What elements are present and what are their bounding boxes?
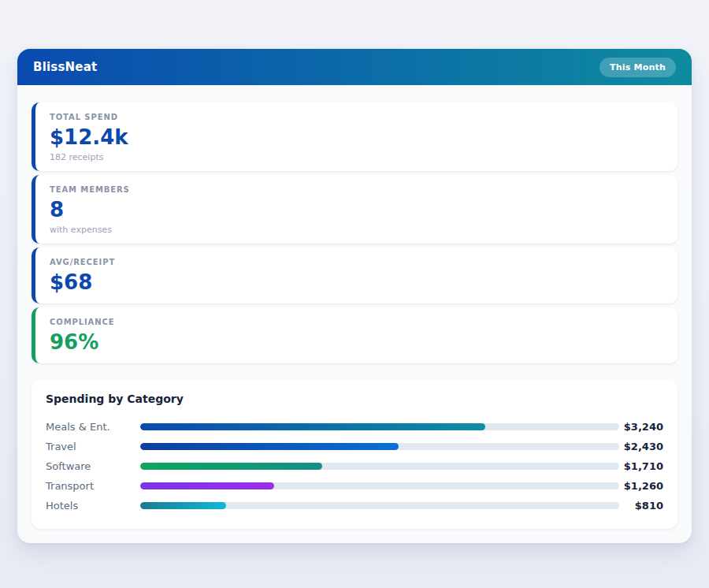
category-label: Travel	[46, 441, 140, 452]
period-badge[interactable]: This Month	[599, 58, 676, 77]
category-row-software: Software $1,710	[46, 456, 663, 476]
bar-fill	[140, 502, 226, 509]
bar-fill	[140, 463, 322, 470]
stat-subtext: 182 receipts	[50, 152, 663, 162]
stat-label: TOTAL SPEND	[50, 113, 663, 121]
stat-card-team-members: TEAM MEMBERS 8 with expenses	[32, 175, 677, 244]
category-row-meals: Meals & Ent. $3,240	[46, 417, 663, 437]
stat-value: $12.4k	[50, 126, 663, 150]
page-background: BlissNeat This Month TOTAL SPEND $12.4k …	[0, 0, 709, 588]
stat-label: COMPLIANCE	[50, 318, 663, 326]
stat-value: $68	[50, 271, 663, 295]
dashboard-panel: BlissNeat This Month TOTAL SPEND $12.4k …	[17, 49, 692, 543]
bar-track	[140, 463, 619, 470]
stats-section: TOTAL SPEND $12.4k 182 receipts TEAM MEM…	[32, 102, 677, 363]
category-value: $1,260	[619, 480, 663, 492]
category-label: Software	[46, 460, 140, 472]
spending-card-title: Spending by Category	[46, 393, 663, 405]
stat-value: 8	[50, 199, 663, 222]
category-value: $2,430	[619, 441, 663, 452]
category-value: $3,240	[619, 421, 663, 433]
app-title: BlissNeat	[33, 60, 97, 74]
bar-fill	[140, 482, 274, 489]
bar-track	[140, 482, 619, 489]
stat-subtext: with expenses	[50, 225, 663, 235]
category-value: $1,710	[619, 460, 663, 472]
stat-value: 96%	[50, 331, 663, 355]
stat-card-total-spend: TOTAL SPEND $12.4k 182 receipts	[32, 102, 677, 171]
category-label: Hotels	[46, 500, 140, 512]
bar-track	[140, 502, 619, 509]
bar-track	[140, 423, 619, 430]
bar-fill	[140, 423, 485, 430]
category-row-travel: Travel $2,430	[46, 437, 663, 456]
panel-content: TOTAL SPEND $12.4k 182 receipts TEAM MEM…	[17, 85, 692, 543]
category-label: Meals & Ent.	[46, 421, 140, 433]
category-row-transport: Transport $1,260	[46, 476, 663, 496]
category-label: Transport	[46, 480, 140, 492]
stat-label: TEAM MEMBERS	[50, 185, 663, 194]
stat-card-compliance: COMPLIANCE 96%	[32, 307, 677, 363]
stat-label: AVG/RECEIPT	[50, 258, 663, 266]
category-row-hotels: Hotels $810	[46, 496, 663, 515]
app-header: BlissNeat This Month	[17, 49, 692, 85]
bar-track	[140, 443, 619, 450]
bar-fill	[140, 443, 399, 450]
stat-card-avg-receipt: AVG/RECEIPT $68	[32, 247, 677, 303]
category-value: $810	[619, 500, 663, 512]
spending-by-category-card: Spending by Category Meals & Ent. $3,240…	[32, 380, 677, 529]
